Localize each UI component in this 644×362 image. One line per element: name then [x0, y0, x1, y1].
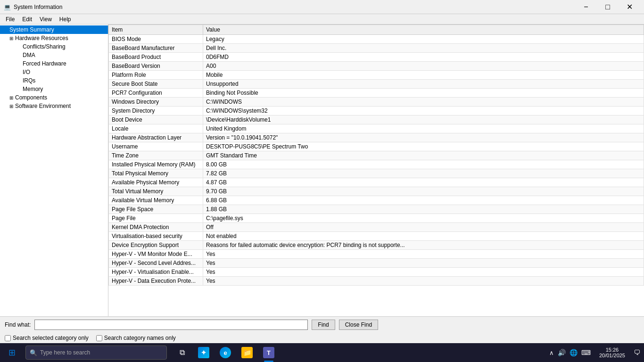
search-selected-category-option[interactable]: Search selected category only: [5, 335, 89, 341]
table-cell-item: Hyper-V - Data Execution Prote...: [109, 277, 203, 286]
menu-help[interactable]: Help: [56, 15, 75, 24]
table-row: Hyper-V - Data Execution Prote...Yes: [109, 277, 644, 286]
col-header-item: Item: [109, 25, 203, 35]
table-row: Kernel DMA ProtectionOff: [109, 223, 644, 232]
table-row: Hardware Abstraction LayerVersion = "10.…: [109, 133, 644, 142]
table-cell-item: Total Physical Memory: [109, 169, 203, 178]
tree-label: Components: [15, 94, 47, 101]
taskbar-app-icons: ⧉ ✦ e 📁 T: [169, 343, 282, 362]
table-cell-item: System Directory: [109, 107, 203, 115]
tree-label: Software Environment: [15, 103, 71, 109]
system-tray: ∧ 🔊 🌐 ⌨: [545, 343, 594, 362]
menu-edit[interactable]: Edit: [18, 15, 36, 24]
windows-icon: ⊞: [8, 347, 16, 358]
tree-item-software-environment[interactable]: ⊞ Software Environment: [0, 102, 108, 110]
tree-item-io[interactable]: I/O: [0, 68, 108, 76]
minimize-button[interactable]: −: [575, 0, 597, 14]
taskbar-search[interactable]: 🔍 Type here to search: [25, 346, 167, 360]
table-row: Time ZoneGMT Standard Time: [109, 151, 644, 160]
table-cell-item: Boot Device: [109, 115, 203, 124]
table-cell-item: Kernel DMA Protection: [109, 223, 203, 232]
taskbar-file-explorer[interactable]: 📁: [237, 343, 257, 362]
table-cell-item: Hardware Abstraction Layer: [109, 133, 203, 142]
tree-item-irqs[interactable]: IRQs: [0, 76, 108, 85]
copilot-icon: ✦: [198, 347, 209, 358]
table-row: Virtualisation-based securityNot enabled: [109, 232, 644, 241]
table-row: Device Encryption SupportReasons for fai…: [109, 241, 644, 250]
close-find-button[interactable]: Close Find: [339, 320, 378, 330]
find-button[interactable]: Find: [312, 320, 335, 330]
expander-icon: ⊞: [8, 36, 15, 41]
search-names-checkbox[interactable]: [96, 335, 102, 341]
explorer-icon: 📁: [241, 347, 253, 358]
expander-icon: ⊞: [8, 95, 15, 100]
app-icon: 💻: [4, 4, 11, 10]
table-cell-value: A00: [203, 62, 644, 71]
maximize-button[interactable]: □: [597, 0, 619, 14]
volume-icon[interactable]: 🔊: [557, 348, 567, 357]
tree-item-memory[interactable]: Memory: [0, 85, 108, 93]
find-input[interactable]: [34, 320, 308, 330]
detail-table-container[interactable]: Item Value BIOS ModeLegacyBaseBoard Manu…: [108, 25, 644, 316]
table-cell-value: Mobile: [203, 71, 644, 80]
tree-item-system-summary[interactable]: System Summary: [0, 25, 108, 34]
taskbar-teams[interactable]: T: [258, 343, 279, 362]
table-row: Available Physical Memory4.87 GB: [109, 178, 644, 187]
table-cell-value: 9.70 GB: [203, 187, 644, 196]
table-cell-value: Unsupported: [203, 80, 644, 89]
table-row: LocaleUnited Kingdom: [109, 124, 644, 133]
taskbar-right: ∧ 🔊 🌐 ⌨ 15:26 20/01/2025 🗨: [545, 343, 644, 362]
table-row: Hyper-V - Second Level Addres...Yes: [109, 259, 644, 268]
tree-item-dma[interactable]: DMA: [0, 51, 108, 59]
tree-item-forced-hardware[interactable]: Forced Hardware: [0, 59, 108, 68]
tree-item-hardware-resources[interactable]: ⊞ Hardware Resources: [0, 34, 108, 42]
start-button[interactable]: ⊞: [0, 343, 24, 362]
tree-label: Memory: [23, 86, 43, 92]
table-row: UsernameDESKTOP-PUSG8C5\PE Spectrum Two: [109, 142, 644, 151]
taskbar-task-view[interactable]: ⧉: [172, 343, 192, 362]
table-cell-item: Locale: [109, 124, 203, 133]
tree-panel: System Summary ⊞ Hardware Resources Conf…: [0, 25, 108, 316]
taskbar-edge[interactable]: e: [215, 343, 236, 362]
bottom-bar: Find what: Find Close Find Search select…: [0, 316, 644, 343]
keyboard-icon[interactable]: ⌨: [580, 348, 592, 357]
tree-item-conflicts[interactable]: Conflicts/Sharing: [0, 42, 108, 51]
table-cell-value: C:\WINDOWS: [203, 98, 644, 107]
table-cell-value: Off: [203, 223, 644, 232]
tree-item-components[interactable]: ⊞ Components: [0, 93, 108, 102]
tree-label: System Summary: [9, 26, 54, 33]
clock-date: 20/01/2025: [599, 353, 625, 358]
table-cell-item: Page File Space: [109, 205, 203, 214]
search-selected-checkbox[interactable]: [5, 335, 11, 341]
table-cell-item: Available Physical Memory: [109, 178, 203, 187]
tree-label: I/O: [23, 69, 30, 75]
menu-file[interactable]: File: [2, 15, 18, 24]
table-cell-value: \Device\HarddiskVolume1: [203, 115, 644, 124]
task-view-icon: ⧉: [180, 348, 185, 357]
close-button[interactable]: ✕: [619, 0, 640, 14]
network-icon[interactable]: 🌐: [569, 348, 578, 357]
table-cell-item: BIOS Mode: [109, 35, 203, 44]
table-cell-value: United Kingdom: [203, 124, 644, 133]
table-cell-item: Username: [109, 142, 203, 151]
table-cell-item: Time Zone: [109, 151, 203, 160]
tree-label: Hardware Resources: [15, 35, 68, 41]
search-icon: 🔍: [30, 349, 37, 356]
table-row: BaseBoard ManufacturerDell Inc.: [109, 44, 644, 53]
table-cell-item: Secure Boot State: [109, 80, 203, 89]
chevron-up-icon[interactable]: ∧: [548, 348, 555, 357]
table-cell-item: Total Virtual Memory: [109, 187, 203, 196]
table-row: Installed Physical Memory (RAM)8.00 GB: [109, 160, 644, 169]
table-row: Available Virtual Memory6.88 GB: [109, 196, 644, 205]
detail-table: Item Value BIOS ModeLegacyBaseBoard Manu…: [108, 25, 644, 286]
search-category-names-option[interactable]: Search category names only: [96, 335, 176, 341]
clock[interactable]: 15:26 20/01/2025: [594, 343, 630, 362]
table-row: Hyper-V - Virtualisation Enable...Yes: [109, 268, 644, 277]
notification-center[interactable]: 🗨: [630, 343, 644, 362]
table-cell-value: Yes: [203, 268, 644, 277]
taskbar-copilot[interactable]: ✦: [193, 343, 214, 362]
table-cell-value: 7.82 GB: [203, 169, 644, 178]
menu-view[interactable]: View: [36, 15, 56, 24]
table-cell-value: Yes: [203, 259, 644, 268]
detail-panel: Item Value BIOS ModeLegacyBaseBoard Manu…: [108, 25, 644, 316]
